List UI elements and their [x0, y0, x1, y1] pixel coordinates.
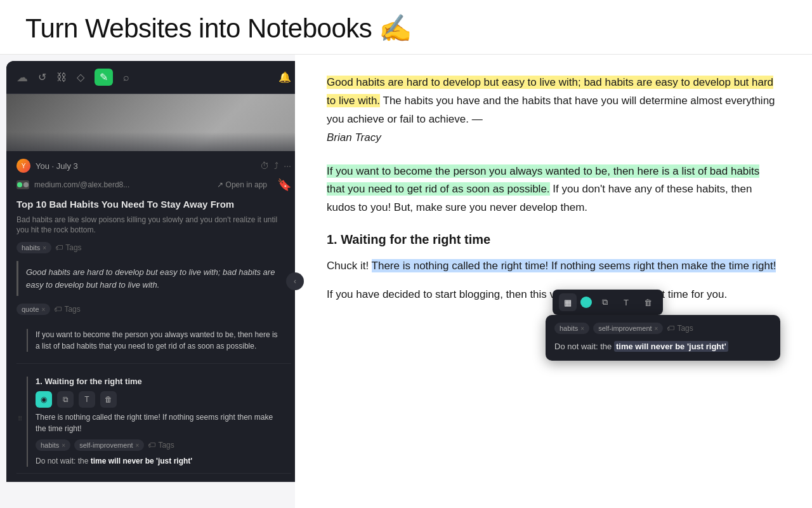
- avatar: Y: [16, 159, 30, 173]
- highlight-note: Do not wait: the time will never be 'jus…: [36, 456, 281, 467]
- note-meta-icons: ⏱ ⤴ ···: [260, 161, 291, 171]
- source-favicon: [16, 180, 29, 189]
- more-icon[interactable]: ···: [284, 161, 291, 171]
- sidebar-wrapper: ☁ ↺ ⛓ ◇ ✎ ⌕ 🔔 Y You · July 3: [0, 55, 295, 508]
- popup-tag-habits[interactable]: habits ×: [554, 323, 589, 334]
- toolbar-delete-btn[interactable]: 🗑: [639, 293, 657, 311]
- toolbar-layout-btn[interactable]: ▦: [559, 293, 577, 311]
- highlight-text-2: There is nothing called the right time! …: [36, 411, 281, 434]
- tag-self-improvement[interactable]: self-improvement ×: [74, 439, 144, 451]
- source-url: medium.com/@alex.berd8...: [34, 180, 129, 189]
- open-in-app-button[interactable]: ↗ Open in app: [217, 180, 267, 189]
- note-card: Y You · July 3 ⏱ ⤴ ···: [6, 151, 301, 482]
- content-heading-1: 1. Waiting for the right time: [327, 232, 780, 247]
- main-content: ☁ ↺ ⛓ ◇ ✎ ⌕ 🔔 Y You · July 3: [0, 55, 812, 508]
- copy-button[interactable]: ⧉: [57, 391, 74, 408]
- content-para-2: Chuck it! There is nothing called the ri…: [327, 257, 780, 276]
- link-icon[interactable]: ⛓: [56, 72, 67, 83]
- note-meta: Y You · July 3 ⏱ ⤴ ···: [16, 159, 291, 173]
- quote-attribution: Brian Tracy: [327, 131, 381, 144]
- sidebar-content: Y You · July 3 ⏱ ⤴ ···: [6, 151, 301, 482]
- popup-tag-self-improvement[interactable]: self-improvement ×: [593, 323, 663, 334]
- notification-icon[interactable]: 🔔: [278, 71, 291, 83]
- tag-habits[interactable]: habits ×: [16, 242, 51, 253]
- note-author: You · July 3: [36, 161, 78, 171]
- cloud-icon[interactable]: ☁: [16, 70, 28, 84]
- content-para-1: If you want to become the person you alw…: [327, 163, 780, 218]
- content-area: Good habits are hard to develop but easy…: [295, 55, 812, 508]
- delete-button[interactable]: 🗑: [100, 391, 117, 408]
- popup-tags: habits × self-improvement × 🏷 Tags: [554, 323, 771, 334]
- quote-block: Good habits are hard to develop but easy…: [16, 261, 291, 296]
- tag-icon-h2: 🏷: [148, 441, 155, 450]
- tag-icon[interactable]: ◇: [77, 71, 84, 83]
- highlight-2-tags: habits × self-improvement × 🏷 Tags: [36, 439, 281, 451]
- sidebar: ☁ ↺ ⛓ ◇ ✎ ⌕ 🔔 Y You · July 3: [6, 61, 301, 482]
- quote-tags: quote × 🏷 Tags: [16, 304, 291, 315]
- toolbar-copy-btn[interactable]: ⧉: [596, 293, 613, 311]
- add-quote-tag-button[interactable]: 🏷 Tags: [54, 305, 80, 314]
- note-popup: habits × self-improvement × 🏷 Tags Do no…: [546, 315, 780, 361]
- clock-icon[interactable]: ⏱: [260, 161, 269, 171]
- quote-text: Good habits are hard to develop but easy…: [26, 266, 284, 291]
- source-bar: medium.com/@alex.berd8... ↗ Open in app …: [16, 178, 291, 192]
- toolbar-color-btn[interactable]: [580, 297, 592, 308]
- edit-icon[interactable]: ✎: [95, 69, 113, 86]
- popup-tag-icon: 🏷: [667, 324, 674, 333]
- add-tag-button[interactable]: 🏷 Tags: [55, 243, 81, 252]
- color-picker-button[interactable]: ◉: [36, 391, 52, 408]
- highlight-text-1: If you want to become the person you alw…: [36, 329, 281, 352]
- header: Turn Websites into Notebooks ✍️: [0, 0, 812, 55]
- section-heading-1: 1. Waiting for the right time: [36, 377, 281, 386]
- note-title: Top 10 Bad Habits You Need To Stay Away …: [16, 198, 291, 211]
- hero-image: [6, 94, 301, 151]
- tag-quote[interactable]: quote ×: [16, 304, 50, 315]
- tag-icon-small: 🏷: [55, 243, 63, 252]
- highlight-inner-1: If you want to become the person you alw…: [27, 329, 281, 352]
- popup-note-text: Do not wait: the time will never be 'jus…: [554, 340, 771, 353]
- highlight-toolbar: ◉ ⧉ T 🗑: [36, 391, 281, 408]
- drag-handle[interactable]: ⠿: [18, 415, 22, 422]
- text-button[interactable]: T: [79, 391, 95, 408]
- sidebar-collapse-button[interactable]: ‹: [286, 272, 304, 290]
- highlight-item-1: If you want to become the person you alw…: [16, 323, 291, 364]
- toolbar-text-btn[interactable]: T: [617, 293, 635, 311]
- popup-add-tag[interactable]: 🏷 Tags: [667, 324, 693, 333]
- note-tags: habits × 🏷 Tags: [16, 242, 291, 253]
- note-description: Bad habits are like slow poisons killing…: [16, 215, 291, 236]
- page-title: Turn Websites into Notebooks ✍️: [25, 13, 787, 44]
- search-icon[interactable]: ⌕: [123, 72, 129, 83]
- sidebar-topbar: ☁ ↺ ⛓ ◇ ✎ ⌕ 🔔: [6, 61, 301, 94]
- tag-habits-2[interactable]: habits ×: [36, 439, 70, 451]
- topbar-icons: ☁ ↺ ⛓ ◇ ✎ ⌕: [16, 69, 129, 86]
- content-quote: Good habits are hard to develop but easy…: [327, 74, 780, 147]
- share-icon[interactable]: ⤴: [274, 161, 278, 171]
- history-icon[interactable]: ↺: [38, 71, 46, 83]
- add-highlight-tag-button[interactable]: 🏷 Tags: [148, 441, 174, 450]
- highlight-inner-2: 1. Waiting for the right time ◉ ⧉ T 🗑 Th…: [27, 377, 281, 467]
- floating-toolbar: ▦ ⧉ T 🗑: [553, 290, 663, 315]
- highlight-item-2: ⠿ 1. Waiting for the right time ◉ ⧉ T 🗑 …: [16, 364, 291, 474]
- bookmark-icon[interactable]: 🔖: [277, 178, 291, 192]
- external-link-icon: ↗: [217, 180, 223, 189]
- blue-highlight: There is nothing called the right time! …: [372, 259, 776, 272]
- tag-icon-quote: 🏷: [54, 305, 62, 314]
